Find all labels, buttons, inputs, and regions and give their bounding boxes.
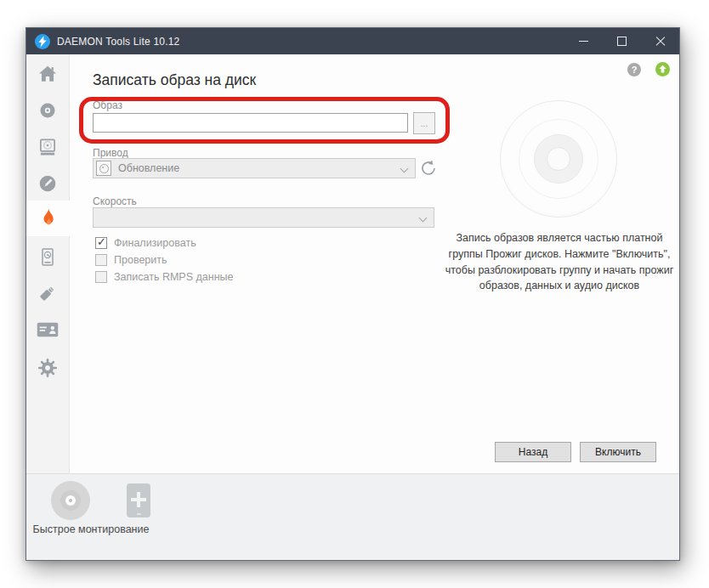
sidebar-item-drives[interactable] [26,129,69,165]
license-card-icon [36,319,60,340]
window-title: DAEMON Tools Lite 10.12 [57,36,179,48]
main-content: ? Записать образ на диск Образ ... Приво… [70,54,679,474]
minimize-button[interactable] [564,28,603,54]
quick-mount-label: Быстрое монтирование [31,523,150,537]
app-window: DAEMON Tools Lite 10.12 [26,27,680,561]
paid-feature-notice: Запись образов является частью платной г… [445,230,674,294]
window-controls [564,28,679,54]
close-icon [655,37,666,47]
daemon-tools-logo-icon [35,34,50,49]
drive-select-value: Обновление [118,162,179,174]
settings-gear-icon [37,357,59,379]
sidebar [26,54,70,474]
usb-icon [37,282,59,304]
desktop: DAEMON Tools Lite 10.12 [0,0,709,588]
verify-checkbox[interactable] [95,254,107,266]
maximize-icon [617,37,627,46]
home-icon [37,63,59,85]
burn-flame-icon [37,206,60,230]
refresh-drives-icon[interactable] [419,159,438,178]
finalize-checkbox-label: Финализировать [114,237,196,249]
image-path-input[interactable] [93,113,408,133]
window-body: ? Записать образ на диск Образ ... Приво… [26,54,679,474]
sidebar-item-usb[interactable] [26,275,69,311]
back-button[interactable]: Назад [495,442,571,462]
sidebar-item-burn[interactable] [26,201,70,236]
image-field-label: Образ [93,99,122,111]
page-title: Записать образ на диск [93,71,256,89]
drives-icon [37,136,59,158]
verify-checkbox-row[interactable]: Проверить [95,253,167,267]
maximize-button[interactable] [603,28,641,54]
enable-button[interactable]: Включить [580,442,656,462]
verify-checkbox-label: Проверить [114,254,167,266]
speed-select[interactable] [93,207,434,228]
rmps-checkbox-row[interactable]: Записать RMPS данные [95,270,233,284]
hdd-icon [37,246,58,269]
upgrade-icon[interactable] [655,62,670,76]
sidebar-item-images[interactable] [26,93,69,128]
browse-button[interactable]: ... [413,112,435,134]
chevron-down-icon [400,165,409,173]
chevron-down-icon [419,214,428,223]
sidebar-item-home[interactable] [26,56,69,92]
quick-mount-disc-icon[interactable] [51,481,90,520]
help-icon[interactable]: ? [627,63,641,76]
rmps-checkbox-label: Записать RMPS данные [114,271,233,283]
disc-artwork [500,100,617,218]
drive-select[interactable]: Обновление [93,158,416,178]
titlebar[interactable]: DAEMON Tools Lite 10.12 [26,28,679,54]
close-button[interactable] [641,28,679,54]
quick-mount-bar: Быстрое монтирование [26,473,679,560]
drive-field-label: Привод [93,147,128,159]
finalize-checkbox-row[interactable]: Финализировать [95,236,196,250]
sidebar-item-license[interactable] [26,312,69,348]
sidebar-item-settings[interactable] [26,350,69,386]
minimize-icon [579,41,588,42]
sidebar-item-editor[interactable] [26,166,69,201]
editor-icon [37,173,58,194]
speed-field-label: Скорость [93,195,137,207]
finalize-checkbox[interactable] [95,237,107,249]
rmps-checkbox[interactable] [95,271,107,283]
drive-disc-icon [96,161,111,176]
add-device-icon[interactable] [127,483,150,517]
sidebar-item-vhd[interactable] [26,240,69,275]
disc-images-icon [37,100,58,121]
